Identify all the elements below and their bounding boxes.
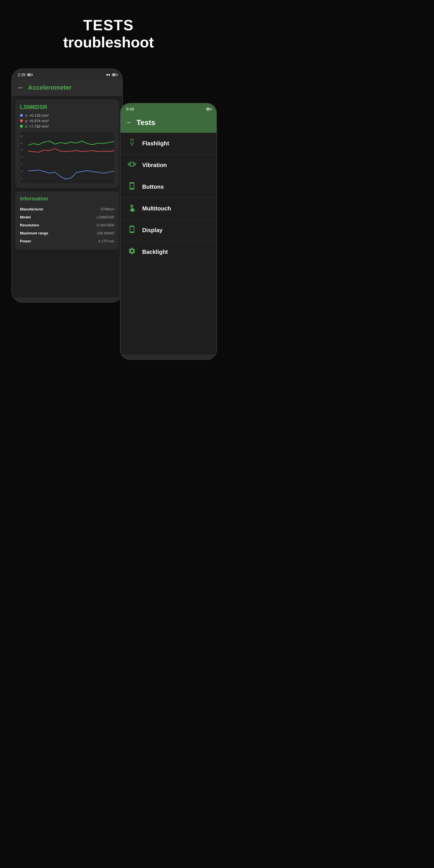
info-row-maxrange: Maximum range 156.90640 bbox=[20, 229, 114, 237]
battery-icon-front bbox=[206, 107, 211, 111]
dot-y bbox=[20, 119, 23, 122]
status-left-back: 2:35 bbox=[18, 72, 32, 77]
info-card: Information Manufacturer STMicro Model L… bbox=[16, 191, 119, 250]
battery-icon2-back bbox=[112, 73, 117, 76]
battery-icon-back bbox=[27, 73, 32, 76]
legend-y: y: +5.974 m/s² bbox=[20, 119, 114, 123]
multitouch-icon bbox=[127, 204, 137, 214]
status-bar-front: 9:49 bbox=[121, 103, 216, 114]
backlight-label: Backlight bbox=[142, 249, 168, 255]
buttons-icon bbox=[127, 182, 137, 192]
svg-text:6: 6 bbox=[21, 149, 23, 152]
vibration-label: Vibration bbox=[142, 162, 167, 168]
label-manufacturer: Manufacturer bbox=[20, 207, 43, 211]
display-label: Display bbox=[142, 227, 162, 234]
vibration-icon bbox=[127, 160, 137, 170]
chart-svg: 10 8 6 4 2 0 -2 bbox=[20, 132, 114, 183]
app-bar-back: ← Accelerometer bbox=[12, 80, 122, 96]
dot-x bbox=[20, 114, 23, 117]
svg-text:-2: -2 bbox=[20, 177, 23, 180]
value-model: LSM6DSR bbox=[97, 215, 114, 219]
content-back: LSM6DSR x: +0.133 m/s² y: +5.974 m/s² z:… bbox=[12, 96, 122, 298]
back-arrow-back[interactable]: ← bbox=[18, 84, 24, 91]
value-resolution: 0.0047856 bbox=[97, 223, 114, 227]
app-bar-front: ← Tests bbox=[121, 114, 216, 133]
info-row-manufacturer: Manufacturer STMicro bbox=[20, 205, 114, 213]
buttons-label: Buttons bbox=[142, 184, 164, 190]
info-row-model: Model LSM6DSR bbox=[20, 213, 114, 221]
label-resolution: Resolution bbox=[20, 223, 39, 227]
test-item-vibration[interactable]: Vibration bbox=[121, 154, 216, 176]
info-title: Information bbox=[20, 196, 114, 202]
wifi-icon-back: ▾▾ bbox=[106, 72, 110, 77]
time-back: 2:35 bbox=[18, 72, 25, 77]
display-icon bbox=[127, 225, 137, 235]
chart-container: 10 8 6 4 2 0 -2 bbox=[20, 132, 114, 183]
test-item-flashlight[interactable]: Flashlight bbox=[121, 133, 216, 154]
backlight-icon bbox=[127, 247, 137, 257]
svg-text:10: 10 bbox=[20, 135, 23, 137]
info-row-resolution: Resolution 0.0047856 bbox=[20, 221, 114, 229]
status-right-back: ▾▾ bbox=[106, 72, 117, 77]
value-maxrange: 156.90640 bbox=[97, 231, 114, 235]
svg-text:2: 2 bbox=[21, 163, 23, 165]
z-value: z: +7.782 m/s² bbox=[25, 124, 49, 128]
value-power: 0.170 mA bbox=[98, 239, 114, 243]
test-item-display[interactable]: Display bbox=[121, 220, 216, 241]
app-title-back: Accelerometer bbox=[28, 84, 72, 91]
x-value: x: +0.133 m/s² bbox=[25, 113, 49, 118]
test-item-backlight[interactable]: Backlight bbox=[121, 241, 216, 263]
test-item-buttons[interactable]: Buttons bbox=[121, 176, 216, 198]
time-front: 9:49 bbox=[126, 107, 134, 111]
tests-title: TESTS bbox=[6, 17, 211, 33]
test-item-multitouch[interactable]: Multitouch bbox=[121, 198, 216, 220]
back-arrow-front[interactable]: ← bbox=[126, 119, 132, 126]
label-maxrange: Maximum range bbox=[20, 231, 48, 235]
flashlight-icon bbox=[127, 138, 137, 149]
svg-text:4: 4 bbox=[21, 156, 23, 158]
status-bar-back: 2:35 ▾▾ bbox=[12, 69, 122, 80]
dot-z bbox=[20, 125, 23, 128]
flashlight-label: Flashlight bbox=[142, 140, 169, 147]
phone-front: 9:49 ← Tests Flashlight bbox=[120, 103, 217, 360]
multitouch-label: Multitouch bbox=[142, 205, 171, 212]
phones-container: 2:35 ▾▾ ← Accelerometer LSM6DSR x: +0.13… bbox=[0, 63, 217, 434]
label-power: Power bbox=[20, 239, 31, 243]
sensor-name: LSM6DSR bbox=[20, 104, 114, 111]
info-row-power: Power 0.170 mA bbox=[20, 237, 114, 245]
y-value: y: +5.974 m/s² bbox=[25, 119, 49, 123]
legend-x: x: +0.133 m/s² bbox=[20, 113, 114, 118]
troubleshoot-title: troubleshoot bbox=[6, 33, 211, 51]
app-title-front: Tests bbox=[136, 118, 155, 127]
svg-text:8: 8 bbox=[21, 142, 23, 145]
svg-text:0: 0 bbox=[21, 169, 23, 173]
legend-z: z: +7.782 m/s² bbox=[20, 124, 114, 128]
phone-back: 2:35 ▾▾ ← Accelerometer LSM6DSR x: +0.13… bbox=[11, 68, 123, 303]
header-section: TESTS troubleshoot bbox=[0, 0, 217, 63]
value-manufacturer: STMicro bbox=[100, 207, 114, 211]
label-model: Model bbox=[20, 215, 31, 219]
sensor-card: LSM6DSR x: +0.133 m/s² y: +5.974 m/s² z:… bbox=[16, 99, 119, 188]
content-front: Flashlight Vibration Buttons bbox=[121, 133, 216, 354]
legend: x: +0.133 m/s² y: +5.974 m/s² z: +7.782 … bbox=[20, 113, 114, 128]
